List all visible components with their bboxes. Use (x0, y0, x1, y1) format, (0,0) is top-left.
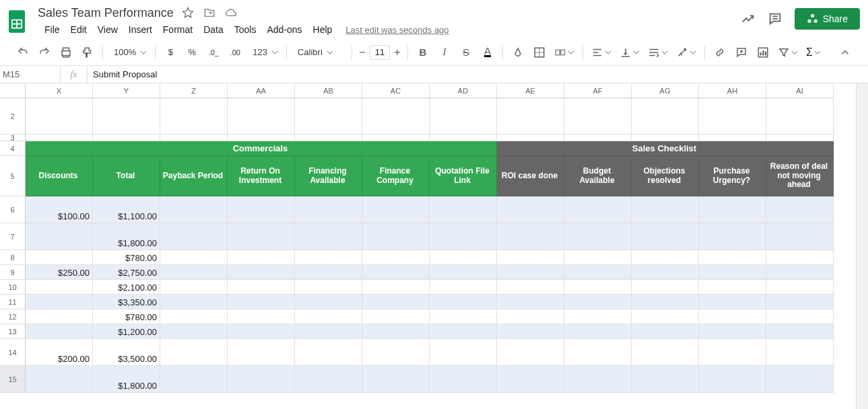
cell[interactable] (228, 339, 295, 366)
currency-button[interactable]: $ (161, 43, 180, 62)
cell[interactable] (430, 339, 497, 366)
merge-dropdown[interactable] (552, 46, 577, 59)
column-header-cell[interactable]: Discounts (26, 156, 93, 196)
column-header-cell[interactable]: Financing Available (295, 156, 362, 196)
cell[interactable] (93, 98, 160, 135)
italic-button[interactable]: I (435, 43, 454, 62)
cell[interactable] (766, 135, 834, 141)
cell[interactable] (766, 250, 834, 265)
cell[interactable] (160, 324, 228, 339)
cell[interactable] (430, 324, 497, 339)
cell[interactable] (632, 366, 699, 393)
row-header-14[interactable]: 14 (0, 339, 26, 366)
cell[interactable] (699, 309, 766, 324)
zoom-dropdown[interactable]: 100% (108, 47, 149, 57)
col-header-AD[interactable]: AD (430, 83, 497, 98)
cell[interactable] (228, 265, 295, 280)
cell[interactable] (564, 339, 632, 366)
cell[interactable] (26, 223, 93, 250)
cell[interactable] (430, 223, 497, 250)
cell[interactable] (295, 265, 362, 280)
bold-button[interactable]: B (413, 43, 432, 62)
cell[interactable] (228, 309, 295, 324)
row-header-7[interactable]: 7 (0, 223, 26, 250)
cell[interactable] (26, 98, 93, 135)
column-header-cell[interactable]: Objections resolved (632, 156, 699, 196)
cell[interactable] (632, 135, 699, 141)
cell[interactable] (766, 324, 834, 339)
cell[interactable]: $200.00 (26, 339, 93, 366)
cell[interactable] (430, 265, 497, 280)
row-header-10[interactable]: 10 (0, 280, 26, 295)
cell[interactable] (430, 309, 497, 324)
cell[interactable] (632, 324, 699, 339)
column-header-cell[interactable]: Finance Company (362, 156, 430, 196)
section-header-commercials[interactable]: Commercials (26, 141, 497, 156)
cell[interactable] (632, 223, 699, 250)
cell[interactable] (295, 196, 362, 223)
col-header-X[interactable]: X (26, 83, 93, 98)
menu-view[interactable]: View (94, 22, 122, 38)
col-header-AE[interactable]: AE (497, 83, 564, 98)
select-all-corner[interactable] (0, 83, 26, 98)
cell[interactable] (766, 196, 834, 223)
column-header-cell[interactable]: Payback Period (160, 156, 228, 196)
cell[interactable] (497, 324, 564, 339)
cell[interactable] (564, 250, 632, 265)
cell[interactable] (295, 135, 362, 141)
cell[interactable] (362, 223, 430, 250)
font-size-input[interactable]: 11 (370, 45, 390, 60)
cell[interactable] (26, 309, 93, 324)
row-header-8[interactable]: 8 (0, 250, 26, 265)
rotate-dropdown[interactable]: A (673, 46, 699, 59)
vertical-scrollbar[interactable] (856, 83, 868, 409)
col-header-Y[interactable]: Y (93, 83, 160, 98)
column-header-cell[interactable]: Purchase Urgency? (699, 156, 766, 196)
row-header-15[interactable]: 15 (0, 366, 26, 393)
col-header-AF[interactable]: AF (564, 83, 632, 98)
cell[interactable] (160, 265, 228, 280)
share-button[interactable]: Share (795, 8, 860, 30)
cell[interactable] (26, 280, 93, 295)
undo-button[interactable] (13, 43, 32, 62)
cell[interactable] (497, 223, 564, 250)
column-header-cell[interactable]: Budget Available (564, 156, 632, 196)
cell[interactable]: $250.00 (26, 265, 93, 280)
cell[interactable]: $2,750.00 (93, 265, 160, 280)
cell[interactable] (497, 98, 564, 135)
cell[interactable] (295, 366, 362, 393)
trend-icon[interactable] (741, 11, 756, 26)
cell[interactable] (699, 223, 766, 250)
col-header-AH[interactable]: AH (699, 83, 766, 98)
cell[interactable] (362, 280, 430, 295)
wrap-dropdown[interactable] (645, 46, 671, 59)
fill-color-button[interactable] (508, 43, 527, 62)
cell[interactable] (228, 223, 295, 250)
cell[interactable] (497, 265, 564, 280)
font-size-increase[interactable]: + (393, 43, 402, 62)
percent-button[interactable]: % (182, 43, 201, 62)
cell[interactable] (497, 135, 564, 141)
column-header-cell[interactable]: Return On Investment (228, 156, 295, 196)
chart-button[interactable] (754, 43, 772, 62)
cell[interactable] (766, 366, 834, 393)
cell[interactable] (430, 366, 497, 393)
cell[interactable] (362, 309, 430, 324)
cell[interactable] (699, 366, 766, 393)
cell[interactable] (564, 309, 632, 324)
move-icon[interactable] (203, 7, 215, 19)
cell[interactable] (430, 98, 497, 135)
cell[interactable] (766, 223, 834, 250)
increase-decimal-button[interactable]: .00 (226, 43, 244, 62)
cell[interactable] (430, 295, 497, 309)
decrease-decimal-button[interactable]: .0_ (204, 43, 223, 62)
cell[interactable] (228, 196, 295, 223)
cell[interactable] (632, 196, 699, 223)
cell[interactable] (632, 98, 699, 135)
cell[interactable] (228, 324, 295, 339)
cell[interactable] (766, 295, 834, 309)
cell[interactable] (160, 98, 228, 135)
cell[interactable] (564, 265, 632, 280)
menu-insert[interactable]: Insert (125, 22, 156, 38)
cell[interactable] (699, 196, 766, 223)
